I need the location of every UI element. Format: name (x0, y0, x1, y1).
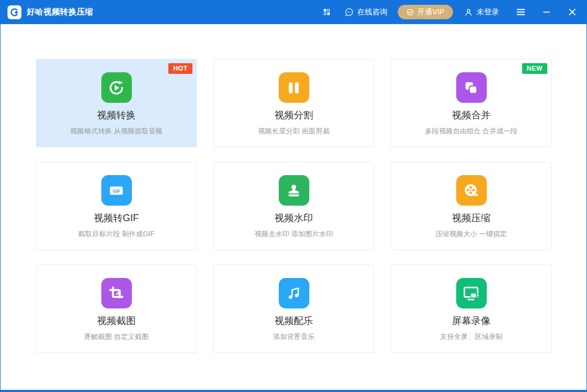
app-title: 好哈视频转换压缩 (27, 7, 93, 17)
card-video-music[interactable]: 视频配乐 添加背景音乐 (213, 265, 374, 353)
titlebar-right: 在线咨询 开通VIP 未登录 (319, 0, 587, 24)
card-title: 屏幕录像 (452, 314, 491, 327)
main-content: HOT 视频转换 视频格式转换 从视频提取音频 视频分割 视频长度分割 画面剪裁… (1, 24, 586, 390)
card-title: 视频配乐 (274, 314, 313, 327)
card-video-compress[interactable]: 视频压缩 压缩视频大小 一键搞定 (391, 162, 552, 250)
close-button[interactable] (564, 0, 579, 24)
card-subtitle: 压缩视频大小 一键搞定 (435, 229, 507, 239)
login-status-label: 未登录 (477, 7, 499, 17)
vip-shield-icon (406, 9, 414, 16)
card-subtitle: 逐帧截图 自定义截图 (84, 332, 149, 342)
new-badge: NEW (522, 63, 548, 74)
vip-button[interactable]: 开通VIP (398, 5, 453, 19)
video-music-icon (279, 278, 309, 308)
svg-text:GIF: GIF (113, 188, 120, 193)
online-support-label: 在线咨询 (357, 7, 387, 17)
card-video-gif[interactable]: GIF 视频转GIF 截取目标片段 制作成GIF (36, 162, 197, 250)
chat-icon (345, 7, 354, 17)
user-icon (464, 7, 473, 17)
video-convert-icon (101, 72, 132, 103)
titlebar: 好哈视频转换压缩 在线咨询 开通VIP (0, 0, 587, 24)
app-logo-icon (8, 5, 21, 19)
app-window: 好哈视频转换压缩 在线咨询 开通VIP (0, 0, 587, 392)
card-subtitle: 添加背景音乐 (273, 332, 315, 342)
titlebar-left: 好哈视频转换压缩 (8, 5, 93, 19)
login-button[interactable]: 未登录 (464, 7, 499, 17)
hot-badge: HOT (168, 63, 192, 74)
card-video-snapshot[interactable]: 视频截图 逐帧截图 自定义截图 (36, 265, 197, 353)
card-subtitle: 多段视频自由组合 合并成一段 (425, 126, 518, 136)
card-title: 视频转GIF (94, 212, 139, 224)
minimize-button[interactable] (539, 0, 554, 24)
mini-grid-icon[interactable] (319, 0, 334, 24)
card-video-convert[interactable]: HOT 视频转换 视频格式转换 从视频提取音频 (36, 59, 197, 147)
card-video-split[interactable]: 视频分割 视频长度分割 画面剪裁 (213, 59, 374, 147)
card-title: 视频水印 (274, 212, 313, 224)
online-support-button[interactable]: 在线咨询 (345, 7, 387, 17)
vip-button-label: 开通VIP (417, 7, 444, 17)
card-title: 视频截图 (97, 314, 136, 327)
card-subtitle: 视频格式转换 从视频提取音频 (70, 126, 163, 136)
card-subtitle: 截取目标片段 制作成GIF (78, 229, 154, 239)
card-subtitle: 支持全屏、区域录制 (440, 332, 503, 342)
card-subtitle: 视频去水印 添加图片水印 (255, 229, 333, 239)
card-title: 视频合并 (452, 109, 491, 122)
video-snapshot-icon (101, 278, 132, 308)
card-title: 视频压缩 (452, 212, 491, 224)
video-watermark-icon (279, 175, 309, 206)
card-subtitle: 视频长度分割 画面剪裁 (258, 126, 330, 136)
feature-grid: HOT 视频转换 视频格式转换 从视频提取音频 视频分割 视频长度分割 画面剪裁… (36, 59, 586, 353)
menu-button[interactable] (513, 0, 528, 24)
video-merge-icon (456, 72, 487, 103)
card-video-merge[interactable]: NEW 视频合并 多段视频自由组合 合并成一段 (391, 59, 552, 147)
card-title: 视频分割 (274, 109, 313, 122)
video-split-icon (279, 72, 309, 103)
video-compress-icon (456, 175, 487, 206)
card-title: 视频转换 (97, 109, 136, 122)
video-gif-icon: GIF (101, 175, 132, 206)
card-screen-record[interactable]: 屏幕录像 支持全屏、区域录制 (391, 265, 552, 353)
screen-record-icon (456, 278, 487, 308)
card-video-watermark[interactable]: 视频水印 视频去水印 添加图片水印 (213, 162, 374, 250)
